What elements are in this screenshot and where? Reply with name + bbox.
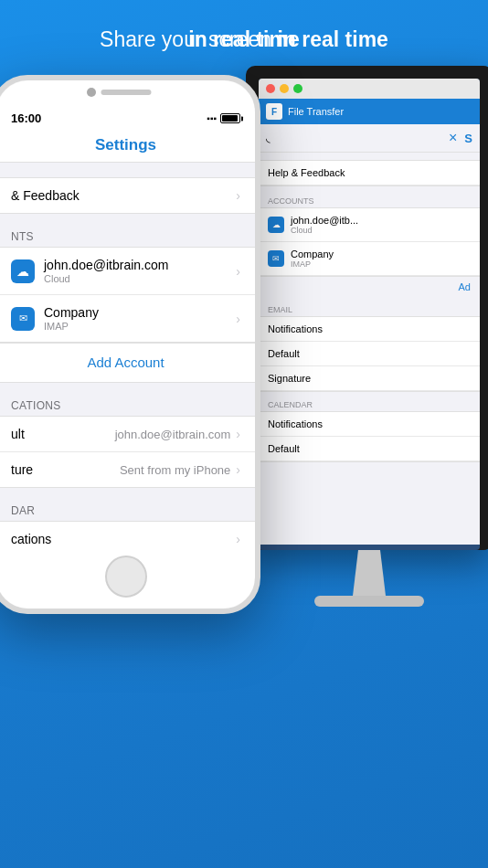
account1-type: Cloud [44,273,236,284]
mini-account2-row[interactable]: ✉ Company IMAP [259,242,480,276]
nav-title: Settings [95,136,156,153]
app-title: File Transfer [288,106,344,117]
imac-device: F File Transfer ◟ × S [246,66,488,678]
help-feedback-row[interactable]: & Feedback › [0,178,255,213]
mini-mail-icon: ✉ [268,250,284,267]
app-top-bar: ◟ × S [259,124,480,153]
iphone-camera [87,88,96,97]
chevron-icon: › [236,264,240,279]
traffic-light-green[interactable] [293,84,302,93]
mini-account1-type: Cloud [291,226,471,235]
iphone-device: 16:00 ▪▪▪ Settings [0,75,260,614]
account2-name: Company [44,305,236,320]
add-account-button[interactable]: Add Account [87,355,164,370]
chevron-icon: › [236,427,240,441]
mini-calendar-section: Calendar Notifications Default [259,396,480,462]
chevron-icon: › [236,532,240,545]
signal-icon: ▪▪▪ [207,113,217,123]
mini-cal-default-row[interactable]: Default [259,437,480,461]
mini-cal-notifications-label: Notifications [268,418,323,429]
chevron-icon: › [236,312,240,326]
mini-account1-email: john.doe@itb... [291,215,471,226]
header-banner: in real time Share your screen in real t… [0,0,488,66]
header-full: Share your screen in real time [0,27,488,52]
mini-cloud-icon: ☁ [268,217,284,233]
cal-notifications-label: cations [11,532,236,545]
mini-notifications-row[interactable]: Notifications [259,317,480,342]
status-time: 16:00 [11,111,41,125]
account-imap-row[interactable]: ✉ Company IMAP › [0,295,255,342]
mini-help-label: Help & Feedback [268,167,345,178]
traffic-light-yellow[interactable] [280,84,289,93]
mini-account1-row[interactable]: ☁ john.doe@itb... Cloud [259,208,480,242]
mini-calendar-label: Calendar [259,396,480,411]
calendar-group: cations › ult › [0,521,255,545]
mini-signature-row[interactable]: Signature [259,366,480,391]
mini-email-section: Email Notifications Default Signature [259,301,480,392]
mini-account2-name: Company [291,249,471,259]
help-section: & Feedback › [0,177,255,214]
mini-accounts-label: Accounts [259,192,480,207]
imac-screen: F File Transfer ◟ × S [246,66,488,550]
email-section-label: cations [0,399,255,416]
wifi-icon: ◟ [266,132,271,144]
mail-icon: ✉ [11,307,35,331]
nav-bar: Settings [0,129,255,163]
signature-value: Sent from my iPhone [120,463,230,477]
battery-icon [220,113,240,123]
accounts-group: ☁ john.doe@itbrain.com Cloud › ✉ Company [0,247,255,343]
imac-stand [342,550,397,596]
signature-row[interactable]: ture Sent from my iPhone › [0,452,255,487]
mini-default-label: Default [268,348,300,359]
app-content: ◟ × S Help & Feedback [259,124,480,545]
cal-notifications-row[interactable]: cations › [0,522,255,545]
mini-notifications-label: Notifications [268,323,323,334]
account2-type: IMAP [44,321,236,332]
accounts-section: nts ☁ john.doe@itbrain.com Cloud › ✉ [0,230,255,383]
calendar-section-label: dar [0,504,255,521]
chevron-icon: › [236,462,240,477]
email-group: ult john.doe@itbrain.com › ture Sent fro… [0,416,255,488]
default-row[interactable]: ult john.doe@itbrain.com › [0,417,255,452]
mini-email-label: Email [259,301,480,316]
traffic-lights [259,79,480,99]
default-value: john.doe@itbrain.com [115,428,231,441]
mini-signature-label: Signature [268,373,311,384]
mini-cal-notifications-row[interactable]: Notifications [259,412,480,437]
home-button[interactable] [105,556,147,598]
mini-cal-default-label: Default [268,443,300,454]
help-feedback-label: & Feedback [11,188,236,203]
mini-accounts-section: Accounts ☁ john.doe@itb... Cloud ✉ [259,192,480,297]
app-title-bar: F File Transfer [259,99,480,124]
account1-email: john.doe@itbrain.com [44,258,236,272]
app-icon: F [266,103,282,120]
accounts-label: nts [0,230,255,247]
calendar-section: dar cations › ult › [0,504,255,545]
close-button[interactable]: × [449,130,457,145]
chevron-icon: › [236,188,240,203]
mini-default-row[interactable]: Default [259,342,480,366]
mini-account2-type: IMAP [291,259,471,269]
mini-help-row[interactable]: Help & Feedback [259,161,480,185]
signature-label: ture [11,462,120,477]
add-account-section: Add Account [0,343,255,383]
account-cloud-row[interactable]: ☁ john.doe@itbrain.com Cloud › [0,248,255,295]
status-bar: 16:00 ▪▪▪ [0,108,255,129]
mini-add-label[interactable]: Ad [259,277,480,297]
imac-base [314,596,424,607]
default-label: ult [11,427,115,441]
imac-screen-inner: F File Transfer ◟ × S [259,79,480,550]
settings-shortcut[interactable]: S [464,132,472,145]
mini-help-section: Help & Feedback [259,160,480,186]
iphone-screen: 16:00 ▪▪▪ Settings [0,108,255,545]
iphone-speaker [101,90,151,95]
cloud-icon: ☁ [11,259,35,283]
email-section: cations ult john.doe@itbrain.com › ture [0,399,255,488]
traffic-light-red[interactable] [266,84,275,93]
